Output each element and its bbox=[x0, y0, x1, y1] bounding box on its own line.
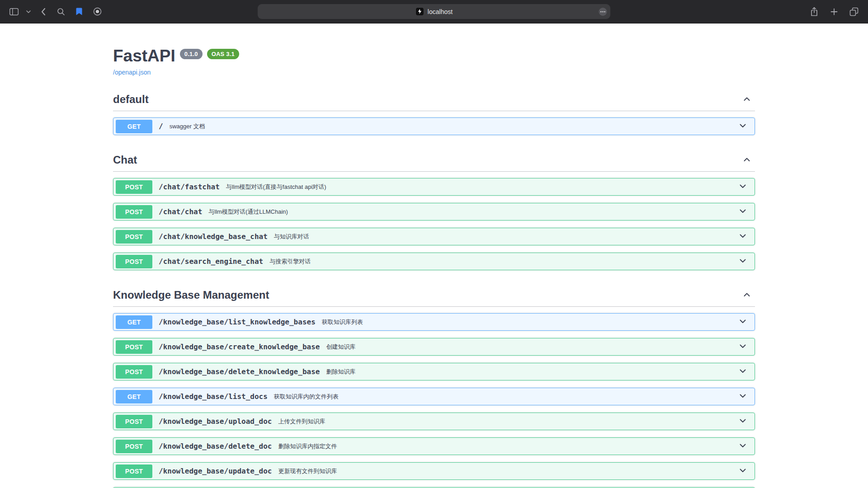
site-icon bbox=[415, 7, 424, 16]
page-title: FastAPI 0.1.0 OAS 3.1 bbox=[113, 47, 755, 65]
expand-operation-button[interactable] bbox=[736, 254, 749, 269]
collapse-section-button[interactable] bbox=[739, 290, 755, 300]
operation-summary: 与llm模型对话(直接与fastchat api对话) bbox=[226, 183, 326, 191]
page-options-button[interactable] bbox=[599, 7, 607, 16]
operation-path: / bbox=[159, 122, 163, 131]
chevron-down-icon bbox=[738, 317, 747, 328]
method-badge: POST bbox=[116, 230, 152, 244]
api-tag-section-knowledge-base-management: Knowledge Base ManagementGET/knowledge_b… bbox=[113, 284, 755, 488]
expand-operation-button[interactable] bbox=[736, 230, 749, 244]
swagger-ui: FastAPI 0.1.0 OAS 3.1 /openapi.json defa… bbox=[113, 23, 755, 488]
bookmark-extension-icon bbox=[75, 7, 83, 16]
collapse-section-button[interactable] bbox=[739, 155, 755, 165]
expand-operation-button[interactable] bbox=[736, 365, 749, 379]
chevron-up-icon bbox=[742, 94, 751, 105]
operation-path: /chat/fastchat bbox=[159, 183, 220, 191]
expand-operation-button[interactable] bbox=[736, 439, 749, 454]
opblock-row[interactable]: GET/knowledge_base/list_docs获取知识库内的文件列表 bbox=[113, 388, 755, 405]
back-button[interactable] bbox=[35, 5, 51, 19]
chevron-down-icon bbox=[738, 466, 747, 477]
chevron-down-icon bbox=[738, 391, 747, 402]
method-badge: POST bbox=[116, 180, 152, 194]
more-options-icon bbox=[599, 7, 607, 16]
method-badge: POST bbox=[116, 340, 152, 354]
chevron-down-icon bbox=[738, 256, 747, 267]
operation-summary: 与搜索引擎对话 bbox=[269, 258, 311, 266]
chevron-up-icon bbox=[742, 290, 751, 300]
chevron-down-icon bbox=[26, 10, 31, 13]
expand-operation-button[interactable] bbox=[736, 464, 749, 479]
method-badge: POST bbox=[116, 465, 152, 478]
operations-list: POST/chat/fastchat与llm模型对话(直接与fastchat a… bbox=[113, 172, 755, 280]
back-arrow-icon bbox=[41, 8, 46, 16]
operation-summary: swagger 文档 bbox=[170, 122, 205, 131]
tab-overview-button[interactable] bbox=[846, 5, 862, 19]
section-header-default[interactable]: default bbox=[113, 88, 755, 111]
operation-summary: 获取知识库内的文件列表 bbox=[274, 393, 339, 401]
expand-operation-button[interactable] bbox=[736, 414, 749, 429]
operation-path: /chat/search_engine_chat bbox=[159, 257, 263, 266]
oas-badge: OAS 3.1 bbox=[207, 49, 239, 59]
operation-path: /chat/knowledge_base_chat bbox=[159, 232, 268, 241]
chevron-down-icon bbox=[738, 366, 747, 377]
expand-operation-button[interactable] bbox=[736, 119, 749, 134]
operations-list: GET/swagger 文档 bbox=[113, 111, 755, 145]
openapi-spec-link[interactable]: /openapi.json bbox=[113, 69, 151, 76]
opblock-row[interactable]: POST/knowledge_base/delete_knowledge_bas… bbox=[113, 363, 755, 380]
operation-path: /knowledge_base/update_doc bbox=[159, 467, 272, 475]
opblock-row[interactable]: POST/chat/knowledge_base_chat与知识库对话 bbox=[113, 228, 755, 245]
operation-path: /knowledge_base/delete_knowledge_base bbox=[159, 367, 320, 376]
share-icon bbox=[810, 7, 818, 16]
collapse-section-button[interactable] bbox=[739, 94, 755, 105]
sidebar-menu-button[interactable] bbox=[24, 5, 33, 19]
operations-list: GET/knowledge_base/list_knowledge_bases获… bbox=[113, 307, 755, 488]
opblock-row[interactable]: POST/chat/search_engine_chat与搜索引擎对话 bbox=[113, 253, 755, 270]
extension-button-record[interactable] bbox=[90, 5, 105, 19]
tabs-icon bbox=[849, 7, 859, 16]
section-header-chat[interactable]: Chat bbox=[113, 149, 755, 172]
chevron-up-icon bbox=[742, 155, 751, 165]
opblock-row[interactable]: GET/knowledge_base/list_knowledge_bases获… bbox=[113, 313, 755, 331]
operation-path: /chat/chat bbox=[159, 207, 202, 216]
operation-summary: 获取知识库列表 bbox=[322, 318, 363, 326]
share-button[interactable] bbox=[807, 5, 822, 19]
api-info: FastAPI 0.1.0 OAS 3.1 /openapi.json bbox=[113, 47, 755, 76]
search-button[interactable] bbox=[53, 5, 69, 19]
method-badge: GET bbox=[116, 120, 152, 133]
opblock-row[interactable]: POST/knowledge_base/create_knowledge_bas… bbox=[113, 338, 755, 356]
expand-operation-button[interactable] bbox=[736, 315, 749, 329]
operation-summary: 与llm模型对话(通过LLMChain) bbox=[208, 208, 288, 216]
extension-button-blue[interactable] bbox=[71, 5, 87, 19]
expand-operation-button[interactable] bbox=[736, 389, 749, 404]
sidebar-toggle-button[interactable] bbox=[6, 5, 22, 19]
expand-operation-button[interactable] bbox=[736, 340, 749, 354]
opblock-row[interactable]: POST/chat/fastchat与llm模型对话(直接与fastchat a… bbox=[113, 178, 755, 196]
new-tab-button[interactable] bbox=[826, 5, 842, 19]
operation-summary: 上传文件到知识库 bbox=[278, 418, 325, 426]
method-badge: GET bbox=[116, 315, 152, 329]
sidebar-icon bbox=[9, 8, 19, 15]
section-header-knowledge-base-management[interactable]: Knowledge Base Management bbox=[113, 284, 755, 307]
opblock-row[interactable]: GET/swagger 文档 bbox=[113, 117, 755, 135]
opblock-row[interactable]: POST/chat/chat与llm模型对话(通过LLMChain) bbox=[113, 203, 755, 221]
opblock-row[interactable]: POST/knowledge_base/update_doc更新现有文件到知识库 bbox=[113, 462, 755, 480]
chevron-down-icon bbox=[738, 206, 747, 217]
method-badge: POST bbox=[116, 415, 152, 428]
section-title: Chat bbox=[113, 154, 137, 166]
operation-path: /knowledge_base/list_docs bbox=[159, 392, 268, 401]
api-tag-section-chat: ChatPOST/chat/fastchat与llm模型对话(直接与fastch… bbox=[113, 149, 755, 280]
chevron-down-icon bbox=[738, 231, 747, 242]
api-sections: defaultGET/swagger 文档ChatPOST/chat/fastc… bbox=[113, 88, 755, 488]
method-badge: GET bbox=[116, 390, 152, 404]
expand-operation-button[interactable] bbox=[736, 180, 749, 194]
record-extension-icon bbox=[93, 7, 102, 16]
url-text: localhost bbox=[428, 8, 453, 15]
section-title: default bbox=[113, 93, 149, 106]
chevron-down-icon bbox=[738, 441, 747, 452]
operation-summary: 删除知识库内指定文件 bbox=[278, 442, 337, 450]
browser-viewport: FastAPI 0.1.0 OAS 3.1 /openapi.json defa… bbox=[0, 23, 868, 488]
opblock-row[interactable]: POST/knowledge_base/delete_doc删除知识库内指定文件 bbox=[113, 437, 755, 455]
opblock-row[interactable]: POST/knowledge_base/upload_doc上传文件到知识库 bbox=[113, 413, 755, 430]
expand-operation-button[interactable] bbox=[736, 205, 749, 219]
address-bar[interactable]: localhost bbox=[258, 4, 610, 19]
